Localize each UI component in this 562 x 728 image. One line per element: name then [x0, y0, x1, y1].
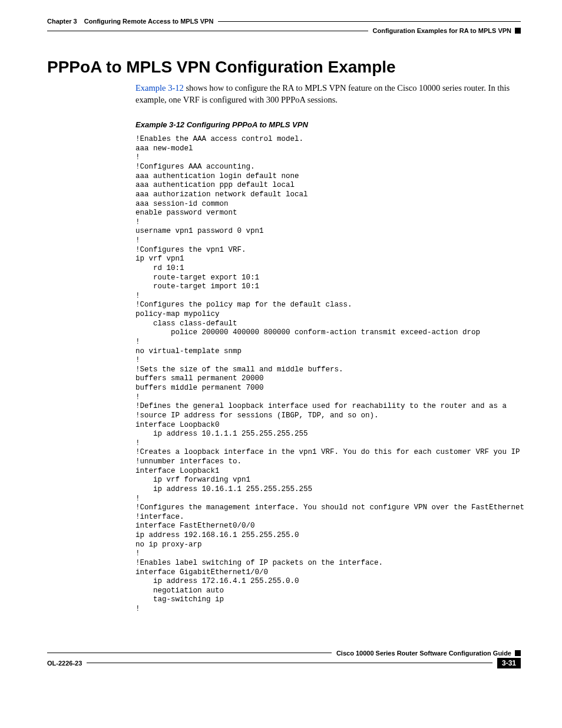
footer-rule [87, 663, 492, 663]
doc-title: Cisco 10000 Series Router Software Confi… [336, 650, 511, 657]
header-rule [218, 21, 521, 22]
running-header-sub: Configuration Examples for RA to MPLS VP… [47, 27, 521, 34]
intro-paragraph: Example 3-12 shows how to configure the … [135, 83, 521, 106]
page-number: 3-31 [497, 658, 521, 668]
header-end-marker-icon [515, 28, 521, 34]
footer-top-row: Cisco 10000 Series Router Software Confi… [47, 650, 521, 657]
doc-id: OL-2226-23 [47, 660, 82, 667]
header-rule [47, 31, 368, 31]
chapter-number: Chapter 3 [47, 18, 77, 25]
page-footer: Cisco 10000 Series Router Software Confi… [47, 650, 521, 668]
intro-text: shows how to configure the RA to MPLS VP… [135, 83, 510, 104]
chapter-title: Configuring Remote Access to MPLS VPN [84, 18, 214, 25]
example-reference-link[interactable]: Example 3-12 [135, 83, 184, 93]
section-heading: PPPoA to MPLS VPN Configuration Example [47, 58, 521, 77]
footer-rule [47, 653, 332, 653]
page: Chapter 3 Configuring Remote Access to M… [0, 0, 562, 686]
section-label: Configuration Examples for RA to MPLS VP… [373, 27, 512, 34]
running-header-top: Chapter 3 Configuring Remote Access to M… [47, 18, 521, 25]
example-caption: Example 3-12 Configuring PPPoA to MPLS V… [135, 120, 521, 129]
footer-end-marker-icon [515, 650, 521, 656]
code-block: !Enables the AAA access control model. a… [135, 135, 521, 614]
footer-bottom-row: OL-2226-23 3-31 [47, 658, 521, 668]
